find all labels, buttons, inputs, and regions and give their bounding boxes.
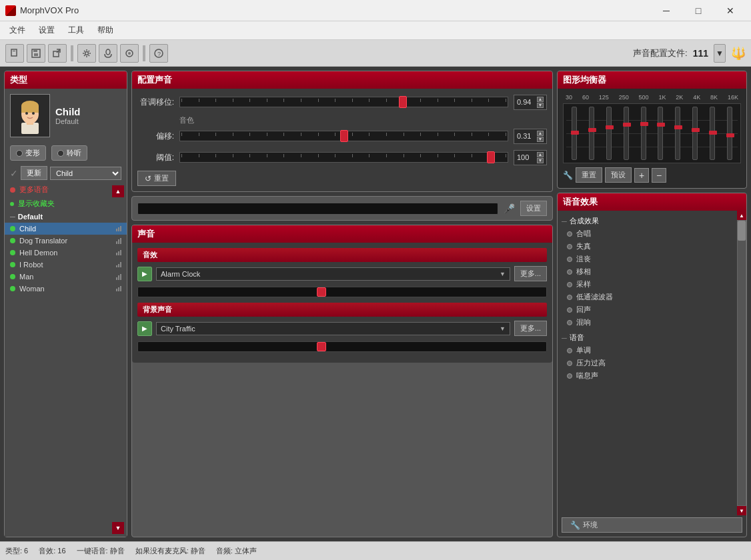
- config-reset-button[interactable]: ↺ 重置: [137, 171, 176, 186]
- list-item-robot[interactable]: I Robot: [5, 259, 127, 271]
- eq-bar-9[interactable]: [722, 107, 738, 160]
- eq-bar-8[interactable]: [704, 107, 720, 160]
- voice-list-scroll-up[interactable]: ▲: [112, 185, 124, 197]
- effect-flanger[interactable]: 沮丧: [562, 253, 732, 265]
- pitch-up[interactable]: ▲: [537, 97, 544, 102]
- toolbar-btn-voice[interactable]: [99, 44, 117, 63]
- svg-point-10: [128, 52, 131, 55]
- eq-preset-button[interactable]: 预设: [605, 167, 632, 183]
- child-dot: [10, 226, 15, 231]
- eq-slider-2[interactable]: [606, 107, 612, 160]
- bg-volume-slider[interactable]: [137, 341, 547, 352]
- menu-file[interactable]: 文件: [3, 22, 32, 39]
- eq-slider-9[interactable]: [727, 107, 732, 160]
- threshold-down[interactable]: ▼: [537, 158, 544, 163]
- pitch-value-box: 0.94 ▲ ▼: [514, 95, 547, 110]
- toolbar-btn-save[interactable]: [27, 44, 45, 63]
- maximize-button[interactable]: □: [683, 0, 714, 21]
- synthesis-collapse-icon[interactable]: ─: [562, 217, 567, 225]
- eq-slider-7[interactable]: [692, 107, 698, 160]
- bg-more-button[interactable]: 更多...: [514, 321, 547, 336]
- eq-slider-1[interactable]: [589, 107, 594, 160]
- bias-slider-thumb[interactable]: [340, 130, 348, 142]
- profile-dropdown-btn[interactable]: ▼: [714, 44, 726, 63]
- eq-bar-3[interactable]: [618, 107, 634, 160]
- hell-dot: [10, 250, 15, 255]
- effect-echo[interactable]: 回声: [562, 303, 732, 316]
- bias-down[interactable]: ▼: [537, 137, 544, 142]
- effect-breathe[interactable]: 喘息声: [562, 369, 732, 382]
- effect-pressure[interactable]: 压力过高: [562, 357, 732, 369]
- eq-slider-4[interactable]: [641, 107, 646, 160]
- sfx-more-button[interactable]: 更多...: [514, 266, 547, 281]
- effects-scroll-up[interactable]: ▲: [737, 211, 746, 220]
- bg-volume-thumb[interactable]: [317, 342, 326, 351]
- voice-list-scroll-down[interactable]: ▼: [112, 522, 124, 534]
- threshold-slider-container[interactable]: [179, 149, 508, 165]
- effect-chorus[interactable]: 合唱: [562, 227, 732, 240]
- effect-monotone[interactable]: 单调: [562, 344, 732, 357]
- eq-bar-1[interactable]: [584, 107, 600, 160]
- list-item-folder-default[interactable]: ─ Default: [5, 211, 127, 223]
- threshold-slider-thumb[interactable]: [487, 151, 495, 163]
- effect-phaser[interactable]: 移相: [562, 265, 732, 278]
- list-item-dog[interactable]: Dog Translator: [5, 235, 127, 247]
- effects-scroll-down[interactable]: ▼: [737, 506, 746, 515]
- bg-dropdown[interactable]: City Traffic ▼: [156, 322, 510, 335]
- list-item-hell[interactable]: Hell Demon: [5, 247, 127, 259]
- toolbar-btn-help[interactable]: ?: [149, 44, 168, 63]
- eq-bar-6[interactable]: [670, 107, 686, 160]
- eq-reset-button[interactable]: 重置: [576, 167, 602, 183]
- pitch-down[interactable]: ▼: [537, 103, 544, 108]
- bias-up[interactable]: ▲: [537, 131, 544, 136]
- environment-button[interactable]: 🔧 环境: [562, 517, 742, 533]
- sfx-dropdown[interactable]: Alarm Clock ▼: [156, 267, 510, 281]
- pitch-slider-container[interactable]: [179, 94, 508, 110]
- list-item-woman[interactable]: Woman: [5, 283, 127, 295]
- voice-type-dropdown[interactable]: Child Man Woman: [50, 167, 121, 180]
- listen-button[interactable]: 聆听: [51, 145, 87, 161]
- effect-distortion[interactable]: 失真: [562, 240, 732, 253]
- toolbar-btn-file[interactable]: [5, 44, 24, 63]
- update-button[interactable]: 更新: [21, 166, 47, 180]
- audio-settings-button[interactable]: 设置: [520, 201, 547, 216]
- menu-settings[interactable]: 设置: [32, 22, 61, 39]
- morph-button[interactable]: 变形: [10, 145, 46, 161]
- sfx-volume-thumb[interactable]: [317, 287, 326, 297]
- sfx-volume-slider[interactable]: [137, 287, 547, 297]
- eq-add-button[interactable]: +: [634, 168, 649, 183]
- eq-slider-0[interactable]: [572, 107, 577, 160]
- eq-slider-6[interactable]: [675, 107, 680, 160]
- effect-sample[interactable]: 采样: [562, 278, 732, 291]
- effect-reverb[interactable]: 混响: [562, 316, 732, 329]
- bg-play-button[interactable]: ▶: [137, 321, 152, 336]
- sfx-play-button[interactable]: ▶: [137, 267, 152, 281]
- list-item-man[interactable]: Man: [5, 271, 127, 283]
- eq-slider-5[interactable]: [658, 107, 663, 160]
- toolbar-btn-settings[interactable]: [77, 44, 96, 63]
- eq-bar-7[interactable]: [687, 107, 703, 160]
- effect-lowpass[interactable]: 低通滤波器: [562, 291, 732, 303]
- menu-help[interactable]: 帮助: [91, 22, 120, 39]
- eq-remove-button[interactable]: −: [652, 168, 666, 183]
- list-item-more-voices[interactable]: 更多语音: [5, 183, 127, 197]
- list-item-favorites[interactable]: 显示收藏夹: [5, 197, 127, 211]
- eq-freq-labels: 30 60 125 250 500 1K 2K 4K 8K 16K: [563, 94, 741, 101]
- list-item-child[interactable]: Child: [5, 223, 127, 235]
- eq-slider-8[interactable]: [710, 107, 715, 160]
- toolbar-left: ?: [5, 44, 168, 63]
- eq-slider-3[interactable]: [624, 107, 629, 160]
- eq-bar-2[interactable]: [601, 107, 617, 160]
- eq-bar-4[interactable]: [636, 107, 652, 160]
- bias-slider-container[interactable]: [179, 128, 508, 144]
- threshold-up[interactable]: ▲: [537, 152, 544, 157]
- eq-bar-0[interactable]: [566, 107, 582, 160]
- voice-collapse-icon[interactable]: ─: [562, 334, 567, 342]
- menu-tools[interactable]: 工具: [61, 22, 91, 39]
- toolbar-btn-export[interactable]: [48, 44, 67, 63]
- pitch-slider-thumb[interactable]: [399, 96, 407, 108]
- eq-bar-5[interactable]: [653, 107, 669, 160]
- toolbar-btn-record[interactable]: [120, 44, 139, 63]
- minimize-button[interactable]: ─: [651, 0, 682, 21]
- close-button[interactable]: ✕: [715, 0, 746, 21]
